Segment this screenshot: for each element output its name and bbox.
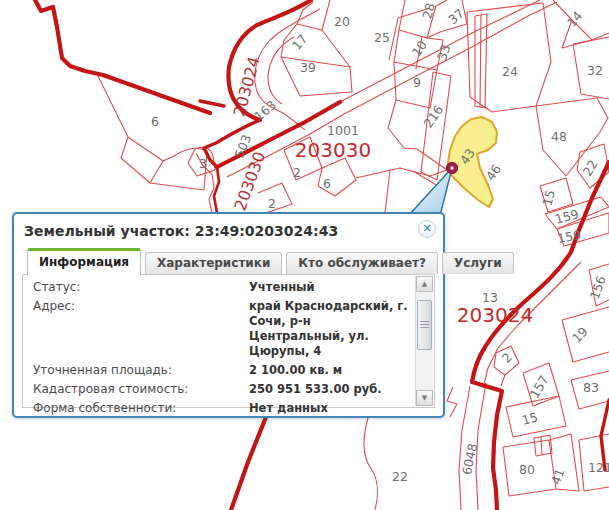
map-label: 2 xyxy=(268,196,276,211)
map-label: 25 xyxy=(374,30,390,45)
map-label: 83 xyxy=(583,380,599,395)
map-label: 203030 xyxy=(295,138,371,162)
info-row: Адрес:край Краснодарский, г. Сочи, р-н Ц… xyxy=(33,297,410,361)
map-label: 22 xyxy=(580,157,601,178)
scrollbar-grip-icon xyxy=(420,321,429,329)
info-value: Учтенный xyxy=(249,280,410,295)
tab-kto-obsluzhivaet[interactable]: Кто обслуживает? xyxy=(286,252,438,274)
close-icon[interactable]: ✕ xyxy=(418,220,436,238)
map-label: 6 xyxy=(323,176,331,191)
map-label: 17 xyxy=(289,31,311,53)
map-label: 24 xyxy=(502,64,518,79)
info-row: Статус:Учтенный xyxy=(33,278,410,297)
map-label: 14 xyxy=(564,8,586,30)
map-label: 6048 xyxy=(459,442,480,476)
map-label: 9 xyxy=(413,75,421,90)
map-label: 41 xyxy=(548,466,568,486)
info-value: Нет данных xyxy=(249,401,410,416)
info-value: 2 100.00 кв. м xyxy=(249,363,410,378)
map-label: 159 xyxy=(556,227,582,246)
popup-callout-pointer xyxy=(408,168,452,216)
map-label: 39 xyxy=(300,60,316,75)
parcel-info-popup: Земельный участок: 23:49:0203024:43 ✕ Ин… xyxy=(12,212,445,418)
map-label: 2 xyxy=(499,350,515,366)
map-label: 3 xyxy=(199,156,207,171)
info-row: Кадастровая стоимость:250 951 533.00 руб… xyxy=(33,380,410,399)
map-label: 157 xyxy=(527,373,552,401)
map-label: 32 xyxy=(587,63,603,78)
map-label: 13 xyxy=(482,290,498,305)
map-label: 22 xyxy=(392,469,408,484)
info-rows: Статус:УчтенныйАдрес:край Краснодарский,… xyxy=(33,278,410,418)
popup-content-panel: Статус:УчтенныйАдрес:край Краснодарский,… xyxy=(22,274,435,408)
map-label: 203024 xyxy=(457,303,533,327)
map-label: 80 xyxy=(519,462,535,477)
cadastral-map-app: { "popup": { "title": "Земельный участок… xyxy=(0,0,609,510)
map-label: 1001 xyxy=(327,123,359,138)
scroll-down-icon[interactable]: ▼ xyxy=(416,390,433,406)
parcel-marker-icon[interactable] xyxy=(446,162,457,173)
info-label: Кадастровая стоимость: xyxy=(33,382,249,397)
info-row: Уточненная площадь:2 100.00 кв. м xyxy=(33,361,410,380)
map-label: 20 xyxy=(334,14,350,29)
map-label: 33 xyxy=(434,42,454,62)
popup-title: Земельный участок: 23:49:0203024:43 xyxy=(24,223,338,239)
tab-informacija[interactable]: Информация xyxy=(27,248,141,275)
info-value: край Краснодарский, г. Сочи, р-н Централ… xyxy=(249,299,410,359)
map-label: 121 xyxy=(588,460,609,475)
tab-harakteristiki[interactable]: Характеристики xyxy=(145,252,282,274)
info-label: Статус: xyxy=(33,280,249,295)
info-label: Адрес: xyxy=(33,299,249,359)
scrollbar-thumb[interactable] xyxy=(417,300,432,350)
scrollbar[interactable]: ▲ ▼ xyxy=(415,276,433,406)
info-label: Уточненная площадь: xyxy=(33,363,249,378)
info-value: 250 951 533.00 руб. xyxy=(249,382,410,397)
info-label: Форма собственности: xyxy=(33,401,249,416)
tab-uslugi[interactable]: Услуги xyxy=(442,252,514,274)
map-label: 2 xyxy=(293,165,301,180)
popup-tabs: ИнформацияХарактеристикиКто обслуживает?… xyxy=(27,247,435,274)
scroll-up-icon[interactable]: ▲ xyxy=(416,276,433,292)
map-label: 15 xyxy=(520,409,539,428)
map-label: 6 xyxy=(151,114,159,129)
info-row: Форма собственности:Нет данных xyxy=(33,399,410,418)
map-label: 48 xyxy=(551,129,567,144)
map-label: 19 xyxy=(569,324,591,346)
map-label: 28 xyxy=(419,1,438,20)
map-label: 15 xyxy=(539,188,558,207)
